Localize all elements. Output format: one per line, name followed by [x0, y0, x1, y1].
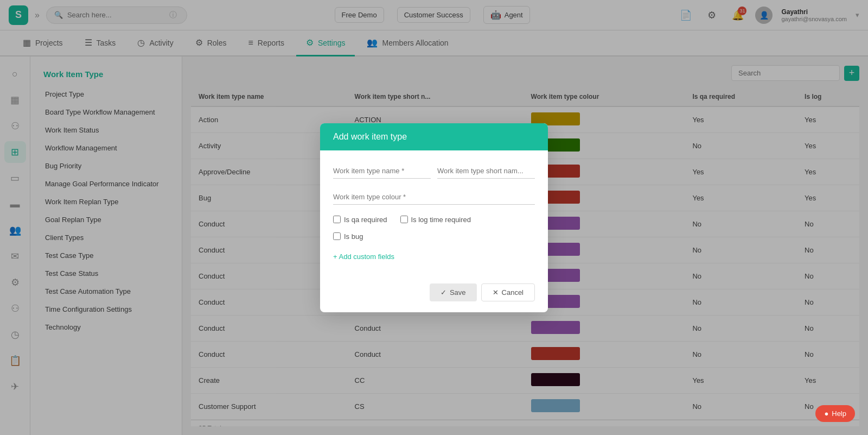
modal-name-row — [333, 163, 535, 179]
is-qa-required-checkbox[interactable]: Is qa required — [333, 216, 387, 224]
help-button[interactable]: ● Help — [815, 405, 855, 422]
save-button[interactable]: ✓ Save — [430, 283, 477, 301]
modal-color-row — [333, 190, 535, 205]
modal-name-field — [333, 163, 431, 179]
add-work-item-modal: Add work item type Is qa required Is log… — [320, 123, 548, 312]
modal-body: Is qa required Is log time required Is b… — [320, 150, 548, 277]
is-qa-checkbox-input[interactable] — [333, 216, 341, 223]
add-custom-fields-button[interactable]: + Add custom fields — [333, 249, 535, 264]
is-bug-checkbox-input[interactable] — [333, 232, 341, 240]
work-item-color-input[interactable] — [333, 190, 535, 205]
help-icon: ● — [824, 409, 828, 418]
modal-footer: ✓ Save ✕ Cancel — [320, 277, 548, 312]
modal-color-field — [333, 190, 535, 205]
modal-checkboxes-row2: Is bug — [333, 232, 535, 241]
modal-header: Add work item type — [320, 123, 548, 150]
modal-checkboxes-row1: Is qa required Is log time required — [333, 216, 535, 224]
cancel-button[interactable]: ✕ Cancel — [481, 283, 535, 301]
is-bug-checkbox[interactable]: Is bug — [333, 232, 363, 241]
work-item-name-input[interactable] — [333, 163, 431, 179]
cancel-x-icon: ✕ — [493, 288, 499, 297]
work-item-short-name-input[interactable] — [437, 163, 535, 179]
is-log-checkbox-input[interactable] — [400, 216, 408, 223]
is-log-time-checkbox[interactable]: Is log time required — [400, 216, 471, 224]
save-check-icon: ✓ — [441, 288, 446, 297]
modal-short-name-field — [437, 163, 535, 179]
